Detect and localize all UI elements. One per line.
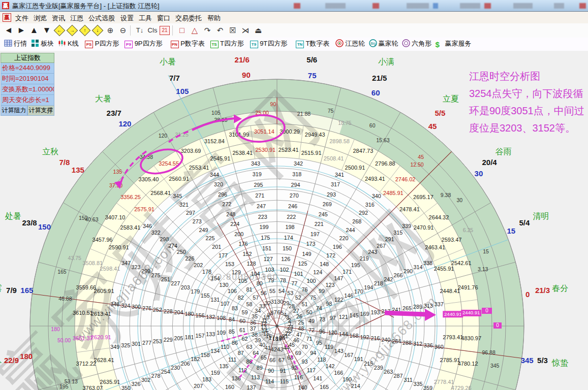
svg-text:15.63: 15.63 <box>376 137 389 143</box>
tool-eraser-icon[interactable]: ⏏ <box>253 25 264 36</box>
tool-zoom-out-icon[interactable]: ⊖ <box>117 25 129 36</box>
menu-item-tools[interactable]: 工具 <box>139 14 152 23</box>
svg-text:359: 359 <box>423 385 432 390</box>
svg-text:144: 144 <box>339 331 348 337</box>
tool-crosshair-icon[interactable]: ⋊ <box>240 25 251 36</box>
svg-text:89: 89 <box>257 365 263 371</box>
svg-text:135: 135 <box>219 363 228 369</box>
tool-pan-left-icon[interactable]: ← <box>54 25 65 36</box>
svg-text:3457.96: 3457.96 <box>92 237 113 243</box>
module-winner-wheel[interactable]: Big赢家轮 <box>369 39 398 49</box>
module-sectors[interactable]: 板块 <box>31 39 54 49</box>
tool-rotate-right-icon[interactable]: ▼ <box>41 25 52 36</box>
tool-rotate-left-icon[interactable]: ▲ <box>28 25 40 36</box>
svg-text:320: 320 <box>214 181 223 187</box>
tool-t-arrows-icon[interactable]: T↓ <box>134 25 145 36</box>
module-quotes[interactable]: 行情 <box>4 39 27 49</box>
menu-item-formula-stock[interactable]: 公式选股 <box>88 14 115 23</box>
tool-rotate-ccw-icon[interactable]: ↷ <box>202 25 213 36</box>
svg-text:202: 202 <box>194 262 203 268</box>
module-p-digit-table[interactable]: PN P数字表 <box>171 39 205 49</box>
tool-calendar-icon[interactable]: 21 <box>160 26 170 35</box>
svg-text:267: 267 <box>377 243 386 249</box>
module-kline[interactable]: K线 <box>58 39 79 49</box>
tool-pan-up-icon[interactable]: ↑ <box>79 25 90 36</box>
svg-text:160: 160 <box>225 384 234 390</box>
svg-text:321: 321 <box>179 202 189 208</box>
menu-item-gann[interactable]: 江恩 <box>70 14 83 23</box>
module-hexagon[interactable]: 六角形 <box>402 39 431 49</box>
svg-text:253: 253 <box>153 338 162 344</box>
module-9t-square[interactable]: T9 9T四方形 <box>250 39 288 49</box>
svg-text:335: 335 <box>414 381 423 387</box>
svg-text:3051.14: 3051.14 <box>254 128 274 135</box>
module-9p-square[interactable]: P9 9P四方形 <box>125 39 163 49</box>
svg-text:2448.41: 2448.41 <box>440 288 460 294</box>
svg-text:220: 220 <box>339 235 349 241</box>
tool-pan-down-icon[interactable]: ↓ <box>92 25 103 36</box>
svg-text:4729.26: 4729.26 <box>451 385 472 390</box>
module-t-square[interactable]: TS T四方形 <box>210 39 244 49</box>
svg-text:43: 43 <box>277 346 283 352</box>
menu-item-browse[interactable]: 浏览 <box>34 14 47 23</box>
menu-item-trade[interactable]: 交易委托 <box>175 14 202 23</box>
svg-text:99: 99 <box>319 288 325 294</box>
menu-item-help[interactable]: 帮助 <box>207 14 221 23</box>
module-p-square[interactable]: PS P四方形 <box>85 39 119 49</box>
svg-text:5/5: 5/5 <box>435 109 445 117</box>
svg-text:2508.41: 2508.41 <box>324 155 344 161</box>
svg-text:46: 46 <box>293 337 299 343</box>
tool-back-icon[interactable]: ◄ <box>3 25 14 36</box>
svg-text:3661.37: 3661.37 <box>73 335 93 341</box>
svg-text:5: 5 <box>281 310 284 316</box>
svg-text:50.00: 50.00 <box>57 337 71 343</box>
tool-rect-tool-icon[interactable]: □ <box>176 25 188 36</box>
svg-text:81: 81 <box>246 286 252 292</box>
svg-text:296: 296 <box>218 191 227 198</box>
toolbar-modules: 行情板块K线PS P四方形P9 9P四方形PN P数字表TS T四方形T9 9T… <box>0 38 588 51</box>
calc-resistance-button[interactable]: 计算阻力 <box>1 106 27 116</box>
menu-item-news[interactable]: 资讯 <box>52 14 65 23</box>
svg-text:134: 134 <box>210 348 220 354</box>
menu-item-settings[interactable]: 设置 <box>120 14 134 23</box>
svg-text:153: 153 <box>225 261 234 267</box>
svg-text:28: 28 <box>289 303 295 309</box>
svg-text:98: 98 <box>326 301 332 307</box>
tool-forward-icon[interactable]: ► <box>16 25 27 36</box>
svg-text:86: 86 <box>232 340 238 346</box>
menu-item-file[interactable]: 文件 <box>15 14 28 23</box>
tool-rotate-cw-icon[interactable]: ↶ <box>214 25 226 36</box>
module-t-digit-table[interactable]: TN T数字表 <box>296 39 329 49</box>
svg-text:95: 95 <box>316 340 322 346</box>
svg-text:149: 149 <box>302 251 312 257</box>
svg-text:166: 166 <box>334 370 343 376</box>
menu-bar: 赢 文件浏览资讯江恩公式选股设置工具窗口交易委托帮助 <box>0 12 588 23</box>
svg-text:154: 154 <box>211 275 220 281</box>
svg-text:319: 319 <box>253 171 262 177</box>
svg-text:45: 45 <box>428 122 437 131</box>
module-gann-wheel[interactable]: 江恩轮 <box>335 39 365 49</box>
svg-text:3.13: 3.13 <box>478 266 488 272</box>
svg-text:3508.81: 3508.81 <box>82 260 103 266</box>
svg-text:336: 336 <box>424 342 433 348</box>
tool-pan-right-icon[interactable]: → <box>67 25 78 36</box>
tool-select-box-icon[interactable]: ☒ <box>227 25 238 36</box>
svg-text:42: 42 <box>271 346 277 352</box>
menu-item-window[interactable]: 窗口 <box>157 14 170 23</box>
tool-cls-icon[interactable]: Cls <box>147 25 158 36</box>
svg-text:145: 145 <box>350 312 359 318</box>
svg-text:21/5: 21/5 <box>372 74 387 82</box>
svg-text:126: 126 <box>281 256 290 262</box>
svg-text:301: 301 <box>132 341 141 347</box>
toolbar-main: ◄►▲▼←→↑↓⊕⊖T↓Cls21□△↷↶☒⋊⏏ <box>0 23 588 38</box>
module-t-digit-table-label: T数字表 <box>305 40 329 47</box>
svg-text:242: 242 <box>384 276 393 282</box>
svg-text:Big: Big <box>370 42 375 46</box>
module-winner-service[interactable]: $赢家服务 <box>436 39 472 49</box>
svg-text:174: 174 <box>284 235 293 241</box>
svg-text:290: 290 <box>404 268 413 274</box>
svg-text:21.88: 21.88 <box>297 111 311 117</box>
calc-support-button[interactable]: 计算支撑 <box>27 106 54 116</box>
tool-zoom-in-icon[interactable]: ⊕ <box>105 25 116 36</box>
tool-triangle-tool-icon[interactable]: △ <box>189 25 200 36</box>
